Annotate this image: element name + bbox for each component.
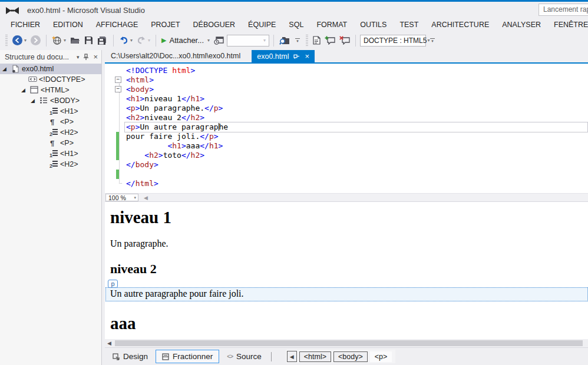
expand-arrow-icon[interactable]: ◢ — [31, 98, 35, 104]
pin-icon[interactable] — [83, 54, 89, 61]
panel-menu-icon[interactable]: ▾ — [77, 54, 80, 60]
redo-button[interactable]: ▾ — [136, 35, 151, 46]
toolbar-separator — [113, 35, 114, 47]
menu-item-0[interactable]: FICHIER — [4, 19, 47, 31]
tag-breadcrumb-html[interactable]: <html> — [299, 351, 331, 362]
preview-heading1[interactable]: niveau 1 — [110, 208, 588, 227]
document-outline-button[interactable] — [312, 35, 322, 46]
selected-element-tag-badge[interactable]: p — [108, 280, 118, 288]
menu-item-5[interactable]: ÉQUIPE — [242, 19, 282, 31]
title-bar: exo0.html - Microsoft Visual Studio Lanc… — [0, 2, 588, 19]
menu-item-7[interactable]: FORMAT — [310, 19, 354, 31]
code-line-5[interactable]: <p>Un paragraphe.</p> — [105, 104, 588, 113]
menu-item-10[interactable]: ARCHITECTURE — [425, 19, 495, 31]
code-line-13[interactable]: </html> — [105, 179, 588, 188]
menu-item-9[interactable]: TEST — [393, 19, 425, 31]
tag-navigator-back-icon[interactable]: ◀ — [287, 351, 297, 362]
toolbar-overflow-button[interactable]: ▾ — [295, 38, 300, 42]
doctype-combobox[interactable]: DOCTYPE : HTML5 ▾ — [360, 35, 426, 47]
find-in-files-button[interactable] — [278, 35, 291, 46]
toolbar-grip[interactable] — [306, 35, 308, 47]
menu-item-6[interactable]: SQL — [282, 19, 310, 31]
debug-target-combobox[interactable]: ▾ — [227, 35, 269, 47]
tag-breadcrumb-p[interactable]: <p> — [370, 351, 392, 362]
source-code-editor[interactable]: <!DOCTYPE html>−<html>−<body><h1>niveau … — [105, 64, 588, 193]
pin-icon[interactable] — [293, 53, 300, 59]
close-icon[interactable]: × — [305, 52, 309, 60]
tag-breadcrumb-body[interactable]: <body> — [333, 351, 368, 362]
attach-to-process-button[interactable] — [213, 35, 225, 46]
menu-item-12[interactable]: FENÊTRE — [547, 19, 588, 31]
toolbar-separator — [273, 35, 274, 47]
code-line-11[interactable]: </body> — [105, 160, 588, 170]
menu-item-8[interactable]: OUTILS — [354, 19, 393, 31]
menu-item-4[interactable]: DÉBOGUER — [187, 19, 242, 31]
code-line-7[interactable]: <p>Un autre paragraphe — [105, 122, 588, 132]
code-line-12[interactable] — [105, 170, 588, 179]
design-view-button[interactable]: Design — [110, 350, 150, 363]
tree-item-h2[interactable]: 2<H2> — [0, 127, 101, 138]
open-file-button[interactable] — [69, 35, 81, 46]
new-webpage-button[interactable]: ▾ — [51, 34, 67, 47]
doctype-value: DOCTYPE : HTML5 — [364, 36, 427, 45]
remove-comment-button[interactable] — [338, 35, 351, 46]
code-line-4[interactable]: <h1>niveau 1</h1> — [105, 94, 588, 104]
preview-heading2[interactable]: niveau 2 — [110, 262, 588, 276]
attach-dropdown-icon: ▾ — [207, 38, 210, 43]
source-view-label: Source — [236, 352, 262, 361]
code-line-1[interactable]: <!DOCTYPE html> — [105, 66, 588, 75]
tree-item-label: <H2> — [0, 128, 78, 137]
toolbar-grip[interactable] — [5, 35, 8, 47]
scrollbar-thumb[interactable] — [115, 340, 583, 346]
zoom-level-combobox[interactable]: 100 % ▾ — [105, 194, 138, 201]
toolbar-overflow-button[interactable]: ▾ — [430, 38, 435, 42]
svg-text:1: 1 — [49, 110, 52, 115]
preview-heading1b[interactable]: aaa — [110, 314, 588, 333]
tree-item-html[interactable]: ◢<HTML> — [0, 85, 101, 95]
split-view-button[interactable]: Fractionner — [156, 350, 219, 363]
expand-arrow-icon[interactable]: ◢ — [21, 87, 25, 93]
code-line-10[interactable]: <h2>toto</h2> — [105, 151, 588, 160]
navigate-forward-button[interactable] — [29, 34, 42, 47]
menu-item-11[interactable]: ANALYSER — [495, 19, 547, 31]
code-line-3[interactable]: −<body> — [105, 85, 588, 94]
hscroll-left-arrow-icon[interactable]: ◀ — [107, 340, 111, 346]
selected-paragraph[interactable]: Un autre paragraphe pour faire joli. — [105, 287, 588, 301]
menu-item-3[interactable]: PROJET — [144, 19, 186, 31]
close-icon[interactable]: × — [93, 52, 98, 61]
tree-item-doctype[interactable]: <!DOCTYPE> — [0, 74, 101, 85]
preview-paragraph1[interactable]: Un paragraphe. — [110, 238, 588, 249]
save-all-button[interactable] — [96, 35, 109, 47]
menu-item-2[interactable]: AFFICHAGE — [90, 19, 145, 31]
hscroll-left-arrow-icon[interactable]: ◀ — [144, 195, 148, 201]
design-horizontal-scrollbar[interactable]: ◀ — [105, 339, 588, 347]
tree-item-h1[interactable]: 1<H1> — [0, 106, 101, 117]
code-line-6[interactable]: <h2>niveau 2</h2> — [105, 113, 588, 122]
tab-file-path[interactable]: C:\Users\alt20\Doc...xo0.html\exo0.html — [105, 50, 246, 62]
tree-item-p[interactable]: ¶<P> — [0, 117, 101, 127]
tree-item-h2[interactable]: 2<H2> — [0, 159, 101, 170]
collapse-region-icon[interactable]: − — [115, 86, 121, 92]
navigate-back-button[interactable]: ▾ — [11, 34, 28, 47]
code-line-2[interactable]: −<html> — [105, 75, 588, 85]
design-preview-pane[interactable]: niveau 1 Un paragraphe. niveau 2 p Un au… — [105, 202, 588, 339]
add-comment-button[interactable] — [323, 35, 336, 46]
menu-item-1[interactable]: EDITION — [47, 19, 90, 31]
source-view-button[interactable]: <> Source — [224, 350, 263, 363]
tree-item-exo0html[interactable]: ◢exo0.html — [0, 64, 101, 74]
document-tabstrip: C:\Users\alt20\Doc...xo0.html\exo0.html … — [105, 50, 588, 62]
undo-button[interactable]: ▾ — [118, 35, 134, 46]
collapse-region-icon[interactable]: − — [115, 77, 121, 83]
save-button[interactable] — [83, 35, 94, 46]
quick-launch-input[interactable]: Lancement rap — [539, 4, 588, 16]
code-line-9[interactable]: <h1>aaa</h1> — [105, 141, 588, 151]
active-document-tab[interactable]: exo0.html × — [252, 50, 315, 62]
design-view-label: Design — [123, 352, 148, 361]
expand-arrow-icon[interactable]: ◢ — [2, 66, 6, 72]
tree-item-h1[interactable]: 1<H1> — [0, 148, 101, 159]
attach-debugger-button[interactable]: ▶ Attacher... ▾ — [160, 35, 211, 46]
code-line-8[interactable]: pour faire joli.</p> — [105, 132, 588, 141]
tree-item-p[interactable]: ¶<P> — [0, 138, 101, 148]
zoom-level-value: 100 % — [108, 194, 126, 201]
tree-item-body[interactable]: ◢<BODY> — [0, 95, 101, 106]
